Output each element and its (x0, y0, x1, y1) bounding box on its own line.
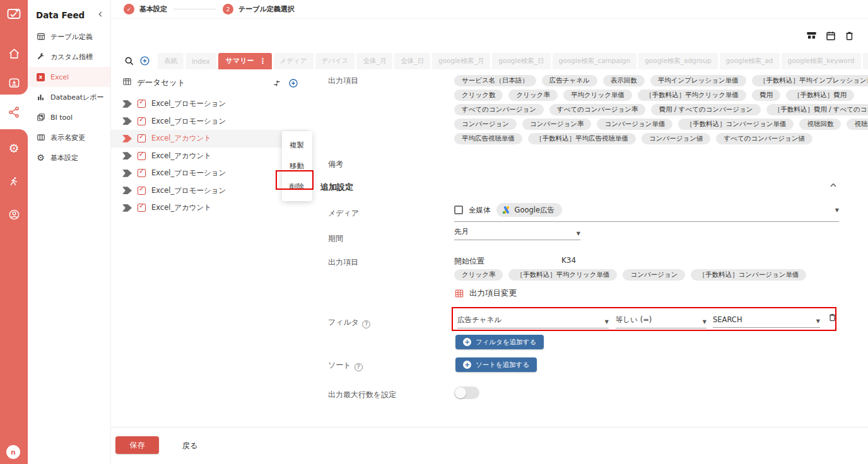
tab-google検索_query[interactable]: google検索_query (863, 53, 868, 69)
dataset-row-label: Excel_プロモーション (151, 117, 226, 126)
back-button[interactable]: 戻る (182, 441, 197, 451)
tab-google検索_ad[interactable]: google検索_ad (720, 53, 780, 69)
start-position-value: K34 (561, 256, 576, 265)
tab-index[interactable]: index (185, 53, 216, 69)
dataset-row[interactable]: Excel_プロモーション (111, 113, 309, 130)
tab-google検索_月[interactable]: google検索_月 (432, 53, 490, 69)
output-chip-rows: サービス名（日本語）広告チャネル表示回数平均インプレッション単価［手数料込］平均… (454, 75, 868, 148)
sidebar-item-basic-settings[interactable]: ⚙基本設定 (28, 148, 110, 168)
tab-kebab-menu-icon[interactable]: ⋮ (259, 57, 267, 66)
chat-bubble-badge[interactable]: n (6, 445, 20, 459)
account-icon[interactable] (0, 205, 28, 224)
output-item-chip: ［手数料込］費用 / すべてのコンバージョン (766, 104, 868, 115)
sidebar-items: テーブル定義カスタム指標xExcelDatabeatレポートBI tool表示名… (28, 26, 110, 168)
dataset-row[interactable]: Excel_プロモーション (111, 95, 309, 113)
context-menu-item-移動[interactable]: 移動 (282, 156, 312, 177)
tab-全体_日[interactable]: 全体_日 (394, 53, 430, 69)
media-chip[interactable]: Google広告 (496, 203, 563, 217)
period-select[interactable]: 先月 ▼ (454, 227, 580, 240)
change-output-items-button[interactable]: 出力項目変更 (454, 288, 517, 299)
output-position-chip: クリック率 (454, 269, 503, 281)
dataset-row[interactable]: Excel_プロモーション (111, 182, 309, 200)
home-icon[interactable] (0, 44, 28, 63)
tab-サマリー[interactable]: サマリー⋮ (218, 53, 272, 69)
filter-field-value: 広告チャネル (457, 315, 501, 325)
sidebar-item-databeat-report[interactable]: Databeatレポート (28, 87, 110, 107)
media-select[interactable]: 全媒体 Google広告 ▼ (454, 203, 839, 222)
tab-google検索_日[interactable]: google検索_日 (492, 53, 550, 69)
databeat-logo-icon[interactable] (0, 4, 28, 23)
settings-gear-icon[interactable]: ⚙ (0, 139, 28, 158)
sidebar-item-table-def[interactable]: テーブル定義 (28, 26, 110, 47)
output-position-chip: コンバージョン (623, 269, 685, 281)
sheet-toolbar (806, 30, 855, 42)
filter-operator-select[interactable]: 等しい (=) ▼ (616, 315, 707, 328)
search-icon[interactable] (124, 55, 135, 67)
tab-label: デバイス (322, 57, 349, 66)
help-icon[interactable]: ? (362, 320, 370, 328)
calendar-icon[interactable] (824, 30, 836, 42)
dataset-list: Excel_プロモーションExcel_プロモーションExcel_アカウントExc… (111, 95, 309, 217)
dataset-row[interactable]: Excel_アカウント (111, 130, 309, 148)
max-rows-toggle[interactable] (454, 386, 479, 399)
tab-label: google検索_adgroup (645, 57, 711, 66)
tab-google検索_keyword[interactable]: google検索_keyword (782, 53, 861, 69)
sort-label: ソート? (328, 360, 363, 371)
activity-runner-icon[interactable] (0, 172, 28, 191)
output-position-chips: クリック率［手数料込］平均クリック単価コンバージョン［手数料込］コンバージョン単… (454, 269, 806, 281)
expand-chevron-icon[interactable] (122, 152, 132, 160)
dataset-row[interactable]: Excel_アカウント (111, 199, 309, 217)
collapse-section-chevron-icon[interactable] (829, 180, 838, 189)
swap-arrows-icon[interactable] (271, 78, 283, 89)
tab-google検索_adgroup[interactable]: google検索_adgroup (638, 53, 717, 69)
context-menu-item-削除[interactable]: 削除 (282, 177, 312, 197)
expand-chevron-icon[interactable] (122, 117, 132, 125)
sidebar-item-bi-tool[interactable]: BI tool (28, 107, 110, 127)
context-menu-item-複製[interactable]: 複製 (282, 135, 312, 156)
footer-bar: 保存 戻る (111, 427, 868, 464)
delete-filter-trash-icon[interactable] (828, 312, 838, 323)
excel-checkbox-icon (138, 204, 146, 212)
add-sheet-icon[interactable] (139, 55, 150, 67)
sidebar-item-display-name[interactable]: 表示名変更 (28, 127, 110, 148)
download-icon[interactable] (0, 73, 28, 92)
columns-icon (36, 133, 45, 142)
dropdown-arrow-icon: ▼ (703, 319, 707, 325)
trash-icon[interactable] (843, 30, 855, 42)
dataset-row[interactable]: Excel_プロモーション (111, 165, 309, 182)
tab-全体_月[interactable]: 全体_月 (356, 53, 392, 69)
output-item-chip: ［手数料込］費用 (786, 90, 854, 101)
rail-active-item-datafeed[interactable] (0, 95, 28, 129)
expand-chevron-icon[interactable] (122, 135, 132, 142)
expand-chevron-icon[interactable] (122, 170, 132, 177)
expand-chevron-icon[interactable] (122, 187, 132, 194)
chip-row: サービス名（日本語）広告チャネル表示回数平均インプレッション単価［手数料込］平均… (454, 75, 868, 86)
stepper-step-2[interactable]: 2 テーブル定義選択 (223, 4, 295, 14)
add-sort-button[interactable]: + ソートを追加する (455, 357, 537, 372)
output-item-chip: 平均インプレッション単価 (650, 75, 746, 86)
sidebar-item-custom-metric[interactable]: カスタム指標 (28, 47, 110, 67)
expand-chevron-icon[interactable] (122, 204, 132, 212)
add-filter-label: フィルタを追加する (476, 338, 536, 347)
help-icon[interactable]: ? (355, 363, 363, 371)
add-dataset-icon[interactable] (288, 78, 299, 89)
filter-field-select[interactable]: 広告チャネル ▼ (457, 315, 609, 328)
tab-表紙[interactable]: 表紙 (158, 53, 184, 69)
excel-checkbox-icon (138, 187, 146, 195)
tab-デバイス[interactable]: デバイス (315, 53, 355, 69)
sheet-tabbar: 表紙indexサマリー⋮メディアデバイス全体_月全体_日google検索_月go… (111, 52, 868, 69)
all-media-checkbox[interactable] (454, 206, 463, 214)
tab-メディア[interactable]: メディア (274, 53, 314, 69)
save-button[interactable]: 保存 (115, 436, 159, 454)
table-icon[interactable] (806, 30, 818, 42)
sidebar-item-excel[interactable]: xExcel (28, 67, 110, 87)
stepper-step-1[interactable]: ✓ 基本設定 (124, 4, 167, 14)
tab-google検索_campaign[interactable]: google検索_campaign (553, 53, 637, 69)
filter-value-select[interactable]: SEARCH ▼ (713, 315, 820, 328)
expand-chevron-icon[interactable] (122, 100, 132, 108)
dataset-row[interactable]: Excel_アカウント (111, 148, 309, 165)
add-filter-button[interactable]: + フィルタを追加する (455, 335, 544, 349)
collapse-chevron-icon[interactable] (97, 11, 104, 20)
output-item-chip: コンバージョン (454, 119, 517, 130)
tab-label: index (192, 57, 210, 65)
